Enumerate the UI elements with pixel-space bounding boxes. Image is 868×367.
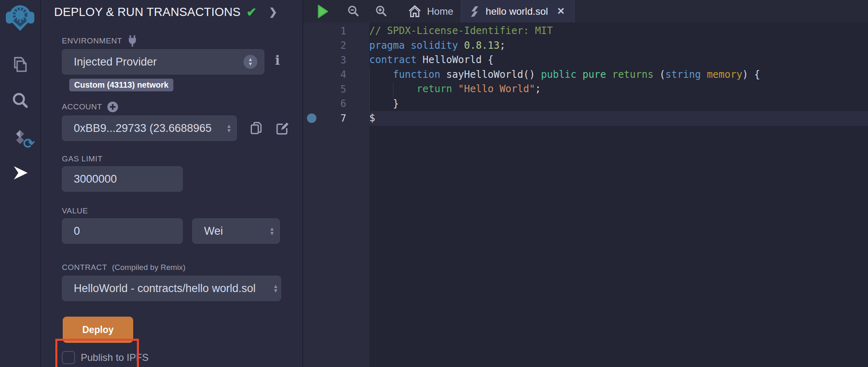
plug-icon bbox=[127, 35, 138, 47]
deploy-and-run-icon[interactable] bbox=[7, 163, 33, 183]
panel-header: DEPLOY & RUN TRANSACTIONS ✔ ❯ bbox=[41, 0, 302, 19]
compiler-loading-icon: ⟳ bbox=[23, 135, 35, 152]
value-unit-arrows-icon: ▲▼ bbox=[269, 227, 275, 236]
gutter-line-7[interactable]: 7 bbox=[303, 111, 369, 126]
editor-tabbar: Home hello world.sol ✕ bbox=[303, 0, 868, 23]
account-label: ACCOUNT bbox=[62, 102, 302, 112]
contract-select[interactable]: HelloWorld - contracts/hello world.sol ▲… bbox=[62, 276, 281, 301]
solidity-file-icon bbox=[470, 6, 479, 17]
code-line-1[interactable]: // SPDX-License-Identifier: MIT bbox=[369, 24, 868, 39]
remix-ide-window: ⟳ DEPLOY & RUN TRANSACTIONS ✔ ❯ ENVIRONM… bbox=[0, 0, 868, 367]
breakpoint-dot-icon[interactable] bbox=[307, 113, 316, 123]
line-number: 3 bbox=[320, 54, 346, 66]
collapse-panel-chevron-icon[interactable]: ❯ bbox=[269, 6, 277, 18]
zoom-in-icon[interactable] bbox=[375, 5, 388, 18]
contract-label: CONTRACT (Compiled by Remix) bbox=[62, 263, 302, 272]
line-number: 2 bbox=[320, 40, 346, 51]
indent-guide bbox=[369, 68, 370, 82]
environment-select[interactable]: Injected Provider ▲▼ bbox=[62, 49, 264, 75]
home-icon bbox=[408, 5, 421, 18]
editor-gutter: 1234567 bbox=[303, 23, 369, 367]
contract-select-arrows-icon: ▲▼ bbox=[273, 284, 278, 293]
code-line-7[interactable]: $ bbox=[369, 111, 868, 126]
tab-home-label: Home bbox=[427, 6, 453, 17]
publish-to-ipfs-checkbox[interactable] bbox=[62, 351, 75, 364]
environment-select-arrows-icon: ▲▼ bbox=[243, 55, 257, 69]
contract-sublabel: (Compiled by Remix) bbox=[112, 263, 185, 272]
editor-code[interactable]: // SPDX-License-Identifier: MITpragma so… bbox=[369, 23, 868, 367]
activity-bar: ⟳ bbox=[0, 0, 41, 367]
network-badge: Custom (43113) network bbox=[69, 79, 173, 91]
panel-body: ENVIRONMENT Injected Provider ▲▼ i Custo… bbox=[41, 36, 302, 364]
code-line-4[interactable]: function sayHelloWorld() public pure ret… bbox=[369, 68, 868, 82]
copy-account-icon[interactable] bbox=[249, 121, 263, 135]
solidity-compiler-icon[interactable]: ⟳ bbox=[7, 129, 33, 148]
indent-guide bbox=[369, 97, 370, 111]
compiled-check-icon: ✔ bbox=[246, 5, 257, 19]
value-input[interactable]: 0 bbox=[62, 218, 183, 244]
value-unit-select[interactable]: Wei ▲▼ bbox=[192, 218, 280, 244]
file-explorer-icon[interactable] bbox=[7, 55, 33, 75]
gas-limit-input[interactable]: 3000000 bbox=[62, 166, 183, 192]
publish-to-ipfs-label: Publish to IPFS bbox=[81, 352, 148, 363]
gutter-line-5[interactable]: 5 bbox=[303, 82, 369, 97]
deploy-button[interactable]: Deploy bbox=[63, 317, 133, 343]
line-number: 5 bbox=[320, 84, 346, 95]
tab-home[interactable]: Home bbox=[404, 0, 457, 23]
code-line-3[interactable]: contract HelloWorld { bbox=[369, 53, 868, 68]
close-tab-icon[interactable]: ✕ bbox=[557, 6, 565, 17]
tab-hello-world-sol[interactable]: hello world.sol ✕ bbox=[461, 0, 575, 23]
run-script-play-icon[interactable] bbox=[316, 4, 329, 19]
code-editor: 1234567 // SPDX-License-Identifier: MITp… bbox=[303, 23, 868, 367]
code-line-2[interactable]: pragma solidity 0.8.13; bbox=[369, 39, 868, 53]
zoom-out-icon[interactable] bbox=[347, 5, 360, 18]
indent-guide bbox=[393, 82, 393, 97]
code-line-5[interactable]: return "Hello World"; bbox=[369, 82, 868, 97]
line-number: 1 bbox=[320, 25, 346, 37]
gutter-line-6[interactable]: 6 bbox=[303, 97, 369, 111]
tab-label: hello world.sol bbox=[486, 6, 548, 17]
editor-area: Home hello world.sol ✕ 1234567 // SPDX-L… bbox=[303, 0, 868, 367]
gutter-line-2[interactable]: 2 bbox=[303, 39, 369, 53]
remix-logo-icon[interactable] bbox=[5, 2, 35, 33]
code-line-6[interactable]: } bbox=[369, 97, 868, 111]
value-label: VALUE bbox=[62, 206, 302, 216]
deploy-run-panel: DEPLOY & RUN TRANSACTIONS ✔ ❯ ENVIRONMEN… bbox=[41, 0, 303, 367]
environment-label: ENVIRONMENT bbox=[62, 36, 302, 46]
gutter-line-1[interactable]: 1 bbox=[303, 24, 369, 39]
line-number: 7 bbox=[320, 113, 346, 124]
gas-limit-label: GAS LIMIT bbox=[62, 154, 302, 164]
line-number: 6 bbox=[320, 98, 346, 109]
edit-account-icon[interactable] bbox=[275, 121, 290, 136]
line-number: 4 bbox=[320, 69, 346, 80]
account-select-arrows-icon: ▲▼ bbox=[226, 124, 232, 133]
gutter-line-4[interactable]: 4 bbox=[303, 68, 369, 82]
search-icon[interactable] bbox=[7, 91, 33, 111]
add-account-icon[interactable] bbox=[107, 101, 118, 113]
account-select[interactable]: 0xBB9...29733 (23.6688965 ▲▼ bbox=[62, 116, 237, 141]
panel-title: DEPLOY & RUN TRANSACTIONS bbox=[54, 5, 241, 19]
gutter-line-3[interactable]: 3 bbox=[303, 53, 369, 68]
environment-info-icon[interactable]: i bbox=[275, 52, 280, 68]
indent-guide bbox=[369, 82, 370, 97]
